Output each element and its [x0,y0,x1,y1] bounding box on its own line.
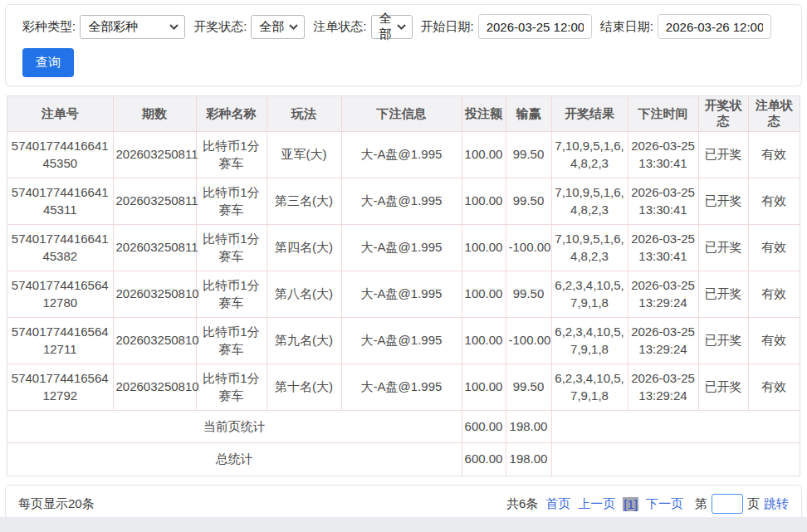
next-page-link[interactable]: 下一页 [646,496,683,512]
jump-link[interactable]: 跳转 [764,496,789,512]
cell-bet-id: 5740177441656412711 [7,318,113,364]
page-summary-winloss-total: 198.00 [506,411,551,443]
jump-suffix-label: 页 [747,496,760,512]
total-count-label: 共6条 [506,496,538,512]
cell-period: 202603250810 [113,318,196,364]
header-lottery-name: 彩种名称 [196,96,267,132]
cell-bet-amount: 100.00 [462,225,506,271]
cell-draw-status: 已开奖 [698,178,748,225]
cell-draw-result: 6,2,3,4,10,5,7,9,1,8 [551,364,628,411]
cell-bet-id: 5740177441664145350 [7,132,113,178]
cell-bet-time: 2026-03-25 13:30:41 [628,225,698,271]
cell-lottery-name: 比特币1分赛车 [196,271,267,318]
cell-draw-status: 已开奖 [698,271,748,318]
header-bet-info: 下注信息 [341,96,462,132]
header-draw-status: 开奖状态 [698,96,748,132]
draw-status-select[interactable]: 全部 [251,15,305,39]
end-date-label: 结束日期: [600,19,653,35]
page-summary-bet-total: 600.00 [462,411,506,443]
header-play-type: 玩法 [267,96,341,132]
cell-period: 202603250811 [113,178,196,225]
page-summary-empty [551,411,800,443]
cell-bet-amount: 100.00 [462,132,506,178]
cell-draw-result: 6,2,3,4,10,5,7,9,1,8 [551,271,628,318]
cell-bet-id: 5740177441656412780 [7,271,113,318]
grand-summary-row: 总统计 600.00 198.00 [7,443,800,476]
header-bet-time: 下注时间 [628,96,698,132]
cell-bet-amount: 100.00 [462,178,506,225]
cell-bet-id: 5740177441656412792 [7,364,113,411]
filter-row: 彩种类型: 全部彩种 开奖状态: 全部 注单状态: 全部 开始日期: 结束日期: [14,14,793,39]
bet-records-table-wrap: 注单号 期数 彩种名称 玩法 下注信息 投注额 输赢 开奖结果 下注时间 开奖状… [7,95,800,476]
cell-play-type: 第三名(大) [267,178,341,225]
cell-bet-status: 有效 [748,178,800,225]
cell-play-type: 第九名(大) [267,318,341,364]
cell-bet-status: 有效 [748,364,800,411]
header-bet-id: 注单号 [7,96,113,132]
table-row: 5740177441664145382 202603250811 比特币1分赛车… [7,225,800,271]
cell-bet-info: 大-A盘@1.995 [341,132,462,178]
jump-group: 第 页 跳转 [691,494,789,514]
cell-win-loss: 99.50 [506,178,551,225]
cell-win-loss: -100.00 [506,318,551,364]
bet-records-table: 注单号 期数 彩种名称 玩法 下注信息 投注额 输赢 开奖结果 下注时间 开奖状… [7,96,800,476]
cell-bet-id: 5740177441664145311 [7,178,113,225]
cell-bet-status: 有效 [748,225,800,271]
table-row: 5740177441656412780 202603250810 比特币1分赛车… [7,271,800,318]
draw-status-value: 全部 [259,19,284,35]
cell-period: 202603250810 [113,271,196,318]
table-row: 5740177441664145311 202603250811 比特币1分赛车… [7,178,800,225]
cell-bet-time: 2026-03-25 13:29:24 [628,271,698,318]
cell-draw-status: 已开奖 [698,225,748,271]
cell-bet-status: 有效 [748,271,800,318]
current-page-indicator[interactable]: [1] [623,497,638,511]
cell-bet-time: 2026-03-25 13:29:24 [628,364,698,411]
grand-summary-label: 总统计 [7,443,462,476]
cell-bet-time: 2026-03-25 13:30:41 [628,178,698,225]
cell-draw-result: 7,10,9,5,1,6,4,8,2,3 [551,225,628,271]
cell-draw-status: 已开奖 [698,132,748,178]
cell-win-loss: -100.00 [506,225,551,271]
start-date-input[interactable] [478,14,592,39]
cell-period: 202603250811 [113,132,196,178]
end-date-input[interactable] [658,14,771,39]
cell-draw-status: 已开奖 [698,318,748,364]
per-page-label: 每页显示20条 [18,496,95,512]
cell-draw-result: 6,2,3,4,10,5,7,9,1,8 [551,318,628,364]
cell-bet-amount: 100.00 [462,364,506,411]
table-row: 5740177441664145350 202603250811 比特币1分赛车… [7,132,800,178]
lottery-type-label: 彩种类型: [22,19,76,35]
cell-win-loss: 99.50 [506,364,551,411]
cell-draw-result: 7,10,9,5,1,6,4,8,2,3 [551,132,628,178]
cell-bet-info: 大-A盘@1.995 [341,178,462,225]
table-row: 5740177441656412792 202603250810 比特币1分赛车… [7,364,800,411]
lottery-type-select[interactable]: 全部彩种 [80,15,185,39]
header-bet-status: 注单状态 [748,96,800,132]
cell-lottery-name: 比特币1分赛车 [196,364,267,411]
page-jump-input[interactable] [712,494,743,514]
header-bet-amount: 投注额 [462,96,506,132]
cell-lottery-name: 比特币1分赛车 [196,318,267,364]
header-period: 期数 [113,96,196,132]
bet-status-label: 注单状态: [313,19,366,35]
cell-period: 202603250810 [113,364,196,411]
cell-bet-time: 2026-03-25 13:29:24 [628,318,698,364]
cell-play-type: 亚军(大) [267,132,341,178]
bet-status-select[interactable]: 全部 [371,15,413,39]
search-button[interactable]: 查询 [22,48,74,77]
draw-status-label: 开奖状态: [193,19,247,35]
cell-lottery-name: 比特币1分赛车 [196,132,267,178]
page-bottom-strip [0,517,807,532]
first-page-link[interactable]: 首页 [545,496,570,512]
table-row: 5740177441656412711 202603250810 比特币1分赛车… [7,318,800,364]
page-summary-row: 当前页统计 600.00 198.00 [7,411,800,443]
prev-page-link[interactable]: 上一页 [578,496,615,512]
cell-lottery-name: 比特币1分赛车 [196,178,267,225]
cell-bet-amount: 100.00 [462,271,506,318]
grand-summary-bet-total: 600.00 [462,443,506,476]
cell-play-type: 第十名(大) [267,364,341,411]
header-win-loss: 输赢 [506,96,551,132]
cell-bet-status: 有效 [748,132,800,178]
cell-period: 202603250811 [113,225,196,271]
cell-bet-info: 大-A盘@1.995 [341,318,462,364]
